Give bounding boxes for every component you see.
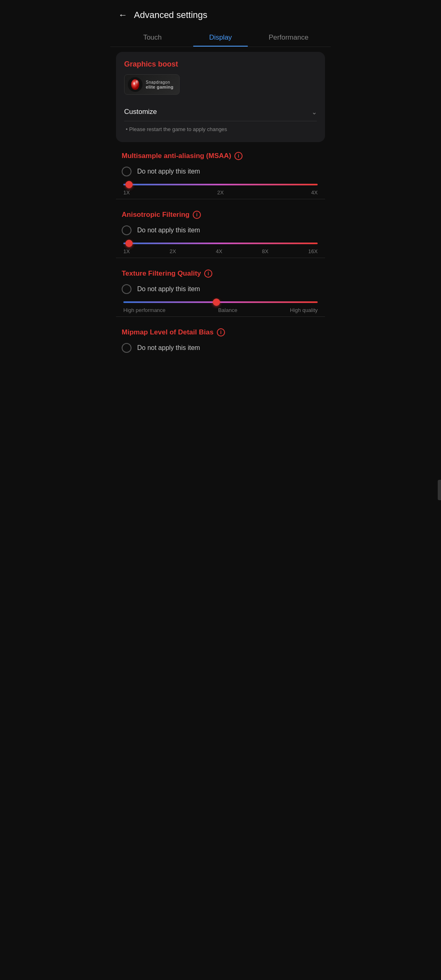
graphics-boost-card: Graphics boost <box>116 52 325 142</box>
msaa-radio-row[interactable]: Do not apply this item <box>122 167 319 176</box>
tab-touch[interactable]: Touch <box>118 27 187 47</box>
mipmap-do-not-apply: Do not apply this item <box>137 344 200 352</box>
anisotropic-radio-row[interactable]: Do not apply this item <box>122 225 319 235</box>
svg-point-2 <box>135 80 139 86</box>
snapdragon-badge: Snapdragon elite gaming <box>124 74 180 95</box>
snapdragon-logo-icon <box>128 77 143 92</box>
customize-label: Customize <box>124 108 157 116</box>
header: ← Advanced settings <box>110 0 331 27</box>
msaa-radio[interactable] <box>122 167 131 176</box>
anisotropic-track <box>123 243 318 244</box>
restart-note: Please restart the game to apply changes <box>124 126 317 132</box>
tfq-label-min: High performance <box>123 307 165 313</box>
msaa-track <box>123 184 318 185</box>
tab-bar: Touch Display Performance <box>110 27 331 47</box>
msaa-info-icon[interactable]: i <box>234 152 243 160</box>
graphics-boost-title: Graphics boost <box>124 60 317 69</box>
texture-filtering-labels: High performance Balance High quality <box>123 307 318 313</box>
aniso-label-0: 1X <box>123 248 130 254</box>
aniso-label-4: 16X <box>308 248 318 254</box>
msaa-label-min: 1X <box>123 189 130 196</box>
msaa-track-bg <box>123 184 318 185</box>
divider-1 <box>116 199 325 199</box>
tfq-label-max: High quality <box>290 307 318 313</box>
aniso-label-3: 8X <box>262 248 269 254</box>
texture-filtering-radio-row[interactable]: Do not apply this item <box>122 284 319 294</box>
anisotropic-do-not-apply: Do not apply this item <box>137 227 200 234</box>
anisotropic-section: Anisotropic Filtering i Do not apply thi… <box>116 203 325 254</box>
texture-filtering-info-icon[interactable]: i <box>204 270 212 278</box>
divider-2 <box>116 258 325 258</box>
texture-filtering-radio[interactable] <box>122 284 131 294</box>
texture-filtering-title: Texture Filtering Quality <box>122 270 201 278</box>
tab-performance[interactable]: Performance <box>254 27 323 47</box>
main-content: Graphics boost <box>110 47 331 365</box>
msaa-label-max: 4X <box>311 189 318 196</box>
anisotropic-info-icon[interactable]: i <box>193 211 201 219</box>
mipmap-title: Mipmap Level of Detail Bias <box>122 328 214 336</box>
back-button[interactable]: ← <box>118 10 127 20</box>
msaa-slider[interactable]: 1X 2X 4X <box>122 184 319 196</box>
page-title: Advanced settings <box>134 10 207 20</box>
msaa-thumb[interactable] <box>125 181 133 188</box>
anisotropic-radio[interactable] <box>122 225 131 235</box>
snapdragon-text: Snapdragon elite gaming <box>146 80 174 89</box>
msaa-do-not-apply: Do not apply this item <box>137 168 200 175</box>
msaa-title: Multisample anti-aliasing (MSAA) <box>122 152 231 160</box>
anisotropic-header: Anisotropic Filtering i <box>122 211 319 219</box>
msaa-section: Multisample anti-aliasing (MSAA) i Do no… <box>116 144 325 196</box>
texture-filtering-header: Texture Filtering Quality i <box>122 270 319 278</box>
mipmap-info-icon[interactable]: i <box>217 328 225 336</box>
msaa-labels: 1X 2X 4X <box>123 189 318 196</box>
texture-filtering-section: Texture Filtering Quality i Do not apply… <box>116 261 325 313</box>
anisotropic-slider[interactable]: 1X 2X 4X 8X 16X <box>122 243 319 254</box>
mipmap-section: Mipmap Level of Detail Bias i Do not app… <box>116 320 325 353</box>
texture-filtering-track-bg <box>123 301 318 303</box>
aniso-label-1: 2X <box>169 248 176 254</box>
customize-dropdown[interactable]: Customize ⌄ <box>124 103 317 121</box>
msaa-label-mid: 2X <box>217 189 224 196</box>
tfq-label-mid: Balance <box>218 307 237 313</box>
texture-filtering-track <box>123 301 318 303</box>
divider-3 <box>116 316 325 317</box>
mipmap-radio-row[interactable]: Do not apply this item <box>122 343 319 353</box>
mipmap-radio[interactable] <box>122 343 131 353</box>
anisotropic-thumb[interactable] <box>125 240 133 247</box>
anisotropic-labels: 1X 2X 4X 8X 16X <box>123 248 318 254</box>
mipmap-header: Mipmap Level of Detail Bias i <box>122 328 319 336</box>
anisotropic-title: Anisotropic Filtering <box>122 211 189 219</box>
tab-display[interactable]: Display <box>187 27 255 47</box>
texture-filtering-thumb[interactable] <box>213 298 220 306</box>
msaa-header: Multisample anti-aliasing (MSAA) i <box>122 152 319 160</box>
anisotropic-track-bg <box>123 243 318 244</box>
texture-filtering-do-not-apply: Do not apply this item <box>137 285 200 293</box>
texture-filtering-slider[interactable]: High performance Balance High quality <box>122 301 319 313</box>
chevron-down-icon: ⌄ <box>312 108 317 116</box>
aniso-label-2: 4X <box>216 248 222 254</box>
